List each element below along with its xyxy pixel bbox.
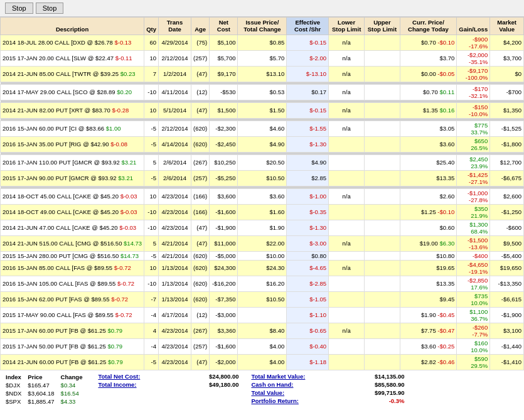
stop-button-2[interactable]: Stop <box>36 3 64 14</box>
cell-gain-loss: -$170-32.1% <box>457 84 490 100</box>
cell-eff-cost: $-2.00 <box>287 50 329 66</box>
cell-lower-stop: n/a <box>329 50 365 66</box>
cell-trans-date: 4/23/2014 <box>158 323 191 338</box>
table-row: 2016 15-JAN 35.00 PUT [RIG @ $42.90 $-0.… <box>1 136 524 152</box>
cell-upper-stop <box>365 220 400 235</box>
cell-eff-cost: $-0.15 <box>287 102 329 118</box>
cell-issue-price: $1.60 <box>238 204 287 220</box>
cell-curr-price: $13.35 <box>400 170 457 186</box>
cell-upper-stop <box>365 251 400 260</box>
cash-label: Cash on Hand: <box>251 381 345 388</box>
table-row: 2014 21-JUN 60.00 PUT [FB @ $61.25 $0.79… <box>1 354 524 370</box>
cell-qty: -4 <box>144 338 159 354</box>
desc-text: 2014 18-OCT 45.00 CALL [CAKE @ $45.20 <box>3 193 120 200</box>
cell-curr-price: $0.70 -$0.10 <box>400 35 457 50</box>
cell-market-value: -$1,410 <box>490 354 524 370</box>
header-upper-stop: Upper Stop Limit <box>365 18 400 35</box>
cell-description: 2015 17-JAN 20.00 CALL [SLW @ $22.47 $-0… <box>1 50 144 66</box>
cell-eff-cost: $-0.40 <box>287 338 329 354</box>
table-row: 2015 17-MAY 90.00 CALL [FAS @ $89.55 $-0… <box>1 307 524 323</box>
gain-pct: -27.1% <box>469 178 488 185</box>
curr-price-val: $1.90 <box>421 311 436 318</box>
cell-eff-cost: $-0.15 <box>287 35 329 50</box>
cell-eff-cost: $-2.85 <box>287 276 329 291</box>
cell-description: 2014 18-OCT 49.00 CALL [CAKE @ $45.20 $-… <box>1 204 144 220</box>
market-value-row: Total Market Value: $14,135.00 <box>251 373 404 380</box>
cell-eff-cost: $-0.65 <box>287 323 329 338</box>
gain-pct: 68.4% <box>471 228 488 235</box>
gain-val: -$2,850 <box>468 277 488 284</box>
cell-lower-stop: n/a <box>329 260 365 276</box>
curr-change-val: $0.11 <box>438 89 454 95</box>
curr-price-val: $19.65 <box>436 264 454 271</box>
cell-curr-price: $19.65 <box>400 260 457 276</box>
cell-description: 2016 15-JAN 35.00 PUT [RIG @ $42.90 $-0.… <box>1 136 144 152</box>
cell-description: 2016 15-JAN 85.00 CALL [FAS @ $89.55 $-0… <box>1 260 144 276</box>
curr-change-val: -$0.10 <box>436 208 455 215</box>
cell-lower-stop <box>329 276 365 291</box>
gain-val: -$1,000 <box>468 190 488 197</box>
cell-age: (75) <box>191 35 210 50</box>
gain-pct: 29.5% <box>471 362 488 369</box>
table-row: 2015 17-JAN 90.00 PUT [GMCR @ $93.92 $3.… <box>1 170 524 186</box>
cell-upper-stop <box>365 50 400 66</box>
gain-val: $1,100 <box>469 308 488 315</box>
desc-text: 2014 21-JUN 515.00 CALL [CMG @ $516.50 <box>3 240 124 247</box>
desc-change: $3.21 <box>118 175 133 181</box>
desc-change: $0.79 <box>107 327 122 334</box>
cell-qty: -10 <box>144 276 159 291</box>
cell-gain-loss: $65026.5% <box>457 136 490 152</box>
price-col-header: Price <box>24 373 57 381</box>
cell-net-cost: -$5,000 <box>210 251 238 260</box>
cell-curr-price: $3.70 <box>400 50 457 66</box>
cell-curr-price: $0.60 <box>400 220 457 235</box>
cell-trans-date: 1/13/2014 <box>158 291 191 307</box>
cell-market-value: $12,700 <box>490 154 524 170</box>
desc-change: $-0.28 <box>112 107 129 114</box>
table-row: 2014 21-JUN 515.00 CALL [CMG @ $516.50 $… <box>1 235 524 251</box>
total-value-label: Total Value: <box>251 389 345 396</box>
gain-val: $160 <box>474 340 488 347</box>
gain-val: $735 <box>474 293 488 299</box>
header-lower-stop: Lower Stop Limit <box>329 18 365 35</box>
desc-change: $0.79 <box>108 358 123 365</box>
curr-price-val: $25.40 <box>436 159 454 166</box>
cell-description: 2015 17-JAN 50.00 PUT [FB @ $61.25 $0.79 <box>1 338 144 354</box>
curr-price-val: $2.60 <box>439 193 454 200</box>
cell-age: (12) <box>191 307 210 323</box>
cell-market-value: -$1,250 <box>490 204 524 220</box>
table-row: 2016 15-JAN 62.00 PUT [FAS @ $89.55 $-0.… <box>1 291 524 307</box>
header-net-cost: Net Cost <box>210 18 238 35</box>
cell-qty: -5 <box>144 136 159 152</box>
cell-upper-stop <box>365 276 400 291</box>
cell-issue-price: $8.40 <box>238 323 287 338</box>
cell-qty: 5 <box>144 235 159 251</box>
cell-age: (12) <box>191 84 210 100</box>
cell-curr-price: $0.70 $0.11 <box>400 84 457 100</box>
stop-button-1[interactable]: Stop <box>5 3 33 14</box>
cell-gain-loss: $35021.9% <box>457 204 490 220</box>
cell-upper-stop <box>365 84 400 100</box>
total-income-row: Total Income: $49,180.00 <box>98 381 238 388</box>
cell-issue-price: $10.50 <box>238 170 287 186</box>
ndx-change: $16.54 <box>58 389 86 397</box>
cell-description: 2016 17-JAN 110.00 PUT [GMCR @ $93.92 $3… <box>1 154 144 170</box>
cell-upper-stop <box>365 291 400 307</box>
cell-trans-date: 2/12/2014 <box>158 50 191 66</box>
curr-price-val: $0.00 <box>421 70 436 77</box>
cell-trans-date: 4/21/2014 <box>158 251 191 260</box>
cell-upper-stop <box>365 35 400 50</box>
cell-eff-cost: $-4.65 <box>287 260 329 276</box>
djx-change: $0.34 <box>58 381 86 389</box>
cell-curr-price: $1.35 $0.16 <box>400 102 457 118</box>
market-value-value: $14,135.00 <box>348 373 404 380</box>
desc-text: 2015 17-JAN 50.00 PUT [FB @ $61.25 <box>3 343 107 350</box>
cell-issue-price: $1.50 <box>238 102 287 118</box>
cell-trans-date: 4/23/2014 <box>158 204 191 220</box>
cell-trans-date: 1/2/2014 <box>158 66 191 82</box>
spx-price: $1,885.47 <box>24 397 57 406</box>
index-row-spx: $SPX $1,885.47 $4.33 <box>3 397 85 406</box>
cell-net-cost: -$3,000 <box>210 307 238 323</box>
cell-market-value: $3,700 <box>490 50 524 66</box>
cell-gain-loss: $1,10036.7% <box>457 307 490 323</box>
